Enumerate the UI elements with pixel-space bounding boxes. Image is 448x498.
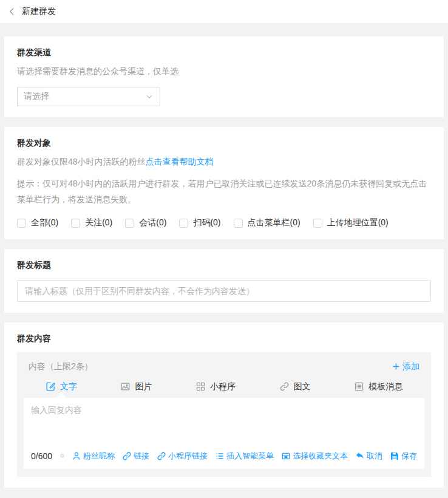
tab-template-message[interactable]: 模板消息 [354,381,402,392]
checkbox-label: 关注(0) [85,217,112,228]
tool-label: 保存 [401,451,417,462]
audience-description-text: 群发对象仅限48小时内活跃的粉丝 [17,157,146,166]
menu-list-icon [215,451,225,461]
checkbox-icon[interactable] [71,219,80,228]
title-section-title: 群发标题 [17,260,431,271]
audience-checkbox-menu-click[interactable]: 点击菜单栏(0) [234,217,300,228]
link-icon [157,451,166,461]
channel-select[interactable]: 请选择 [17,87,160,106]
insert-smart-menu-button[interactable]: 插入智能菜单 [215,451,274,462]
add-content-label: 添加 [402,361,419,372]
tab-text[interactable]: 文字 [46,381,77,392]
tab-label: 模板消息 [368,381,402,392]
audience-tip: 提示：仅可对48小时内的活跃用户进行群发，若用户已取消关注或已连续发送20条消息… [17,176,431,207]
editor-toolbar: 0/600 粉丝昵称链接小程序链接插入智能菜单选择收藏夹文本取消保存 [24,450,424,469]
title-section: 群发标题 [4,249,444,313]
tab-image[interactable]: 图片 [120,381,152,392]
audience-checkbox-all[interactable]: 全部(0) [17,217,58,228]
audience-title: 群发对象 [17,138,431,149]
top-bar: 新建群发 [0,0,448,23]
channel-title: 群发渠道 [17,47,431,58]
save-button[interactable]: 保存 [390,451,417,462]
audience-checkbox-session[interactable]: 会话(0) [125,217,166,228]
cancel-button[interactable]: 取消 [355,451,382,462]
channel-select-value: 请选择 [24,91,49,102]
reply-content-textarea[interactable] [24,398,424,450]
channel-section: 群发渠道 请选择需要群发消息的公众号渠道，仅单选 请选择 [4,36,444,117]
checkbox-icon[interactable] [179,219,188,228]
spacer [0,23,448,36]
audience-checkbox-row: 全部(0)关注(0)会话(0)扫码(0)点击菜单栏(0)上传地理位置(0) [17,217,431,228]
save-icon [390,451,399,461]
content-panel-header: 内容（上限2条） 添加 [24,352,424,381]
checkbox-label: 点击菜单栏(0) [248,217,300,228]
editor-tools: 粉丝昵称链接小程序链接插入智能菜单选择收藏夹文本取消保存 [64,451,417,462]
tab-label: 图文 [294,381,311,392]
tool-label: 小程序链接 [168,451,208,462]
favorites-text-button[interactable]: 选择收藏夹文本 [281,451,348,462]
tool-label: 取消 [367,451,382,462]
plus-icon [392,362,401,371]
audience-section: 群发对象 群发对象仅限48小时内活跃的粉丝点击查看帮助文档 提示：仅可对48小时… [4,127,444,239]
tool-label: 链接 [134,451,149,462]
add-content-button[interactable]: 添加 [392,361,419,372]
audience-checkbox-follow[interactable]: 关注(0) [71,217,112,228]
image-icon [120,381,131,392]
content-section: 群发内容 内容（上限2条） 添加 文字图片小程序图文模板消息 0/600 粉 [4,322,444,488]
chevron-down-icon [145,92,154,101]
checkbox-label: 全部(0) [31,217,58,228]
checkbox-label: 会话(0) [139,217,166,228]
template-icon [354,381,364,392]
content-section-title: 群发内容 [17,333,431,344]
char-count: 0/600 [31,451,52,461]
user-icon [72,451,81,461]
undo-icon [355,451,365,461]
audience-checkbox-location[interactable]: 上传地理位置(0) [313,217,389,228]
edit-square-icon [46,381,56,392]
content-panel: 内容（上限2条） 添加 文字图片小程序图文模板消息 0/600 粉丝昵称链接小程… [17,352,431,477]
content-limit-label: 内容（上限2条） [29,361,93,372]
tab-label: 图片 [135,381,152,392]
back-icon[interactable] [7,7,17,16]
tab-label: 小程序 [210,381,236,392]
tool-label: 插入智能菜单 [226,451,274,462]
checkbox-icon[interactable] [234,219,243,228]
checkbox-icon[interactable] [17,219,26,228]
miniprogram-link-button[interactable]: 小程序链接 [157,451,208,462]
checkbox-label: 上传地理位置(0) [327,217,389,228]
link-button[interactable]: 链接 [122,451,149,462]
link-icon [122,451,132,461]
tab-richtext[interactable]: 图文 [279,381,311,392]
content-editor: 0/600 粉丝昵称链接小程序链接插入智能菜单选择收藏夹文本取消保存 [24,398,424,469]
tool-label: 选择收藏夹文本 [293,451,348,462]
miniprogram-icon [195,381,206,392]
fan-nickname-button[interactable]: 粉丝昵称 [72,451,115,462]
link-icon [279,381,290,392]
tab-label: 文字 [60,381,77,392]
broadcast-title-input[interactable] [17,280,431,302]
tool-label: 粉丝昵称 [83,451,115,462]
help-doc-link[interactable]: 点击查看帮助文档 [146,157,214,166]
checkbox-icon[interactable] [125,219,134,228]
checkbox-label: 扫码(0) [193,217,220,228]
emoji-icon[interactable] [60,450,64,462]
tab-miniprogram[interactable]: 小程序 [195,381,236,392]
content-type-tabs: 文字图片小程序图文模板消息 [24,381,424,398]
audience-description: 群发对象仅限48小时内活跃的粉丝点击查看帮助文档 [17,157,431,168]
audience-checkbox-scan[interactable]: 扫码(0) [179,217,220,228]
archive-icon [281,451,291,461]
page-title: 新建群发 [22,6,56,17]
checkbox-icon[interactable] [313,219,322,228]
channel-description: 请选择需要群发消息的公众号渠道，仅单选 [17,66,431,77]
